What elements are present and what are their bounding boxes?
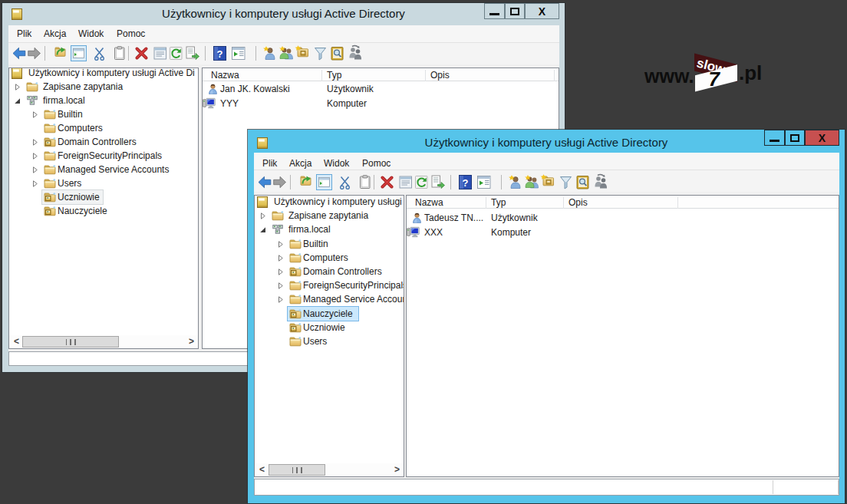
svg-text:7: 7 [709, 68, 721, 91]
